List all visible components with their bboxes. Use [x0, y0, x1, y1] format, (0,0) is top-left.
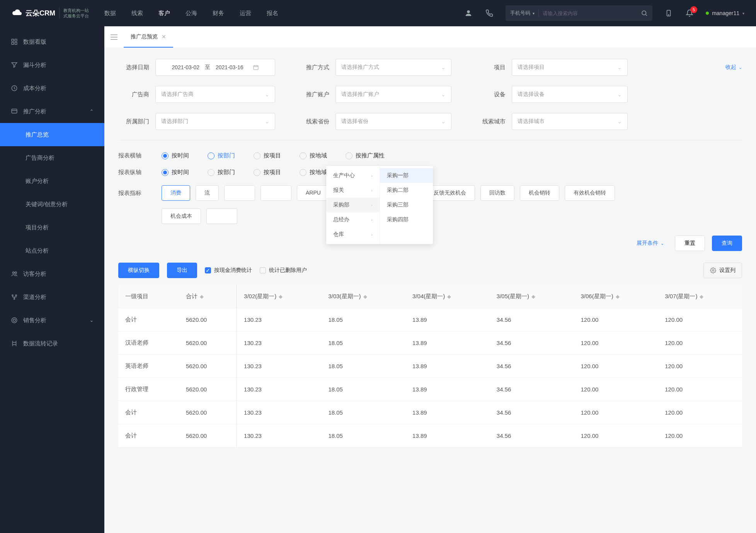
select-project[interactable]: 请选择项目⌄: [512, 59, 628, 76]
sidebar: 数据看版漏斗分析成本分析推广分析⌃推广总览广告商分析账户分析关键词/创意分析项目…: [0, 26, 104, 533]
table-header-4[interactable]: 3/04(星期一)◆: [405, 285, 490, 308]
table-header-6[interactable]: 3/06(星期一)◆: [574, 285, 658, 308]
h-axis-radio-4[interactable]: 按推广属性: [346, 152, 385, 159]
nav-item-2[interactable]: 客户: [158, 10, 170, 17]
mobile-icon[interactable]: [664, 9, 673, 18]
table-header-3[interactable]: 3/03(星期一)◆: [321, 285, 405, 308]
cloud-icon: [12, 9, 23, 17]
nav-item-6[interactable]: 报名: [267, 10, 278, 17]
funnel-icon: [11, 62, 18, 68]
nav-item-5[interactable]: 运营: [240, 10, 251, 17]
select-account[interactable]: 请选择推广账户⌄: [335, 86, 451, 103]
dropdown-col2-item-0[interactable]: 采购一部: [380, 168, 433, 183]
table-row: 英语老师5620.00130.2318.0513.8934.56120.0012…: [118, 355, 742, 378]
select-method[interactable]: 请选择推广方式⌄: [335, 59, 451, 76]
sidebar-subitem-项目分析[interactable]: 项目分析: [0, 216, 104, 239]
table-cell: 34.56: [490, 378, 574, 401]
v-axis-radio-0[interactable]: 按时间: [162, 169, 189, 176]
h-axis-radio-1[interactable]: 按部门: [208, 152, 235, 159]
dropdown-col2-item-3[interactable]: 采购四部: [380, 212, 433, 227]
metric-btn-机会销转[interactable]: 机会销转: [520, 185, 559, 201]
sidebar-subitem-关键词/创意分析[interactable]: 关键词/创意分析: [0, 193, 104, 216]
v-axis-radio-1[interactable]: 按部门: [208, 169, 235, 176]
h-axis-radio-0[interactable]: 按时间: [162, 152, 189, 159]
filter-label-method: 推广方式: [298, 64, 329, 71]
table-header-7[interactable]: 3/07(星期一)◆: [658, 285, 742, 308]
search-icon[interactable]: [641, 10, 648, 17]
dropdown-col1-item-1[interactable]: 报关›: [326, 183, 380, 198]
metric-btn-回访数[interactable]: 回访数: [480, 185, 514, 201]
svg-point-3: [668, 15, 669, 15]
metric-btn-blank-1[interactable]: [206, 208, 237, 224]
tab-promo-overview[interactable]: 推广总预览 ✕: [124, 26, 173, 48]
table-header-2[interactable]: 3/02(星期一)◆: [237, 285, 321, 308]
search-input[interactable]: [539, 10, 641, 16]
user-icon[interactable]: [464, 9, 473, 18]
svg-rect-7: [15, 43, 17, 44]
sidebar-subitem-站点分析[interactable]: 站点分析: [0, 239, 104, 262]
h-axis-radio-2[interactable]: 按项目: [254, 152, 281, 159]
deleted-stat-checkbox[interactable]: 统计已删除用户: [260, 267, 307, 274]
sidebar-item-销售分析[interactable]: 销售分析⌄: [0, 309, 104, 332]
sidebar-toggle-icon[interactable]: [111, 34, 117, 40]
sidebar-item-访客分析[interactable]: 访客分析: [0, 262, 104, 285]
cash-stat-checkbox[interactable]: ✓按现金消费统计: [205, 267, 252, 274]
table-cell: 5620.00: [179, 308, 237, 331]
reset-button[interactable]: 重置: [675, 236, 705, 251]
v-axis-radio-3[interactable]: 按地域: [300, 169, 327, 176]
expand-conditions-link[interactable]: 展开条件 ⌄: [637, 240, 664, 247]
dropdown-col1-item-2[interactable]: 采购部›: [326, 198, 380, 212]
dropdown-col1-item-4[interactable]: 仓库›: [326, 227, 380, 242]
bell-icon[interactable]: 5: [685, 9, 694, 18]
dropdown-col2-item-1[interactable]: 采购二部: [380, 183, 433, 198]
nav-item-4[interactable]: 财务: [213, 10, 224, 17]
sidebar-item-推广分析[interactable]: 推广分析⌃: [0, 100, 104, 123]
nav-item-3[interactable]: 公海: [186, 10, 197, 17]
user-menu[interactable]: manager11 ▾: [706, 10, 744, 16]
query-button[interactable]: 查询: [712, 236, 742, 251]
collapse-filters-link[interactable]: 收起 ⌄: [725, 64, 742, 71]
select-device[interactable]: 请选择设备⌄: [512, 86, 628, 103]
sidebar-subitem-账户分析[interactable]: 账户分析: [0, 169, 104, 193]
v-axis-radio-2[interactable]: 按项目: [254, 169, 281, 176]
select-advertiser[interactable]: 请选择广告商⌄: [155, 86, 275, 103]
sidebar-item-渠道分析[interactable]: 渠道分析: [0, 285, 104, 309]
sidebar-item-数据流转记录[interactable]: 数据流转记录: [0, 332, 104, 355]
dropdown-col2-item-2[interactable]: 采购三部: [380, 198, 433, 212]
metric-btn-机会成本[interactable]: 机会成本: [162, 208, 201, 224]
metric-btn-消费[interactable]: 消费: [162, 185, 190, 201]
v-axis-label: 报表纵轴: [118, 169, 149, 176]
nav-item-1[interactable]: 线索: [131, 10, 143, 17]
sidebar-subitem-推广总览[interactable]: 推广总览: [0, 123, 104, 146]
close-icon[interactable]: ✕: [162, 34, 166, 40]
table-cell: 18.05: [321, 355, 405, 378]
flow-icon: [11, 340, 18, 347]
nav-item-0[interactable]: 数据: [104, 10, 116, 17]
select-province[interactable]: 请选择省份⌄: [335, 113, 451, 130]
date-range-input[interactable]: 2021-03-02至2021-03-16: [155, 59, 275, 76]
metric-btn-流[interactable]: 流: [196, 185, 219, 201]
phone-icon[interactable]: [485, 9, 494, 18]
h-axis-radio-3[interactable]: 按地域: [300, 152, 327, 159]
dropdown-col1-item-3[interactable]: 总经办›: [326, 212, 380, 227]
table-header-0[interactable]: 一级项目: [118, 285, 179, 308]
metric-btn-blank-2[interactable]: [224, 185, 255, 201]
metric-btn-有效机会销转[interactable]: 有效机会销转: [565, 185, 615, 201]
export-button[interactable]: 导出: [167, 263, 197, 278]
sidebar-item-漏斗分析[interactable]: 漏斗分析: [0, 53, 104, 77]
column-settings-button[interactable]: 设置列: [703, 263, 742, 278]
dropdown-col1-item-0[interactable]: 生产中心›: [326, 168, 380, 183]
chevron-icon: ⌃: [90, 109, 94, 114]
metric-btn-ARPU[interactable]: ARPU: [297, 185, 330, 201]
table-cell: 120.00: [574, 331, 658, 355]
table-header-5[interactable]: 3/05(星期一)◆: [490, 285, 574, 308]
sidebar-item-成本分析[interactable]: 成本分析: [0, 77, 104, 100]
select-city[interactable]: 请选择城市⌄: [512, 113, 628, 130]
sidebar-subitem-广告商分析[interactable]: 广告商分析: [0, 146, 104, 169]
table-header-1[interactable]: 合计◆: [179, 285, 237, 308]
select-dept[interactable]: 请选择部门⌄: [155, 113, 275, 130]
sidebar-item-数据看版[interactable]: 数据看版: [0, 30, 104, 53]
metric-btn-blank-3[interactable]: [261, 185, 291, 201]
toggle-axis-button[interactable]: 横纵切换: [118, 263, 159, 278]
search-type-select[interactable]: 手机号码 ▾: [510, 10, 539, 17]
